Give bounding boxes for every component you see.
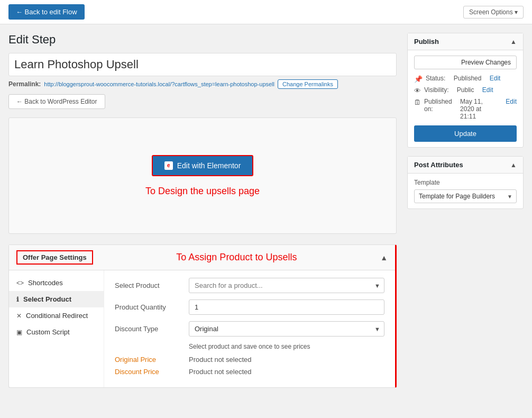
publish-collapse-icon[interactable]: ▲ <box>510 38 517 46</box>
published-on-edit-link[interactable]: Edit <box>506 98 517 105</box>
published-on-label: Published on: <box>424 98 452 113</box>
template-label: Template <box>414 179 517 186</box>
visibility-value: Public <box>457 86 474 94</box>
discount-price-label: Discount Price <box>115 368 189 376</box>
screen-options-button[interactable]: Screen Options ▾ <box>463 6 524 19</box>
back-to-flow-button[interactable]: ← Back to edit Flow <box>8 4 85 20</box>
offer-assign-caption: To Assign Product to Upsells <box>93 252 381 263</box>
visibility-label: Visibility: <box>424 86 448 94</box>
nav-item-conditional-redirect[interactable]: ✕ Conditional Redirect <box>9 307 104 324</box>
offer-settings-section: Offer Page Settings To Assign Product to… <box>8 244 397 388</box>
product-quantity-row: Product Quantity <box>115 299 384 315</box>
nav-label-conditional-redirect: Conditional Redirect <box>26 312 88 320</box>
published-on-row: 🗓 Published on: May 11, 2020 at 21:11 Ed… <box>414 98 517 120</box>
original-price-label: Original Price <box>115 356 189 364</box>
main-container: Edit Step Permalink: http://bloggersprou… <box>0 24 532 396</box>
template-select[interactable]: Template for Page Builders Default Templ… <box>414 189 517 203</box>
offer-settings-body: <> Shortcodes ℹ Select Product ✕ Conditi… <box>9 270 395 387</box>
page-title: Edit Step <box>8 33 397 47</box>
select-product-icon: ℹ <box>16 296 19 303</box>
select-product-label: Select Product <box>115 281 189 289</box>
update-button[interactable]: Update <box>414 125 517 142</box>
product-quantity-field <box>189 299 384 315</box>
discount-type-label: Discount Type <box>115 325 189 333</box>
conditional-redirect-icon: ✕ <box>16 312 22 320</box>
post-attributes-collapse-icon[interactable]: ▲ <box>510 161 517 169</box>
permalink-row: Permalink: http://bloggersprout-woocomme… <box>8 79 397 89</box>
calendar-icon: 🗓 <box>414 98 421 106</box>
visibility-edit-link[interactable]: Edit <box>482 86 493 94</box>
discount-type-row: Discount Type Original Percentage Price … <box>115 321 384 337</box>
published-on-value: May 11, 2020 at 21:11 <box>460 98 498 120</box>
select-product-field: ▼ <box>189 278 384 293</box>
original-price-row: Original Price Product not selected <box>115 356 384 364</box>
post-attributes-box: Post Attributes ▲ Template Template for … <box>407 156 524 209</box>
nav-item-custom-script[interactable]: ▣ Custom Script <box>9 324 104 340</box>
publish-box-title: Publish <box>414 38 439 46</box>
offer-form: Select Product ▼ Product Quantity <box>104 270 395 387</box>
discount-type-field: Original Percentage Price ▼ <box>189 321 384 337</box>
back-to-wordpress-editor-button[interactable]: ← Back to WordPress Editor <box>8 94 105 109</box>
publish-box-body: Preview Changes 📌 Status: Published Edit… <box>408 50 523 147</box>
discount-type-select[interactable]: Original Percentage Price <box>189 321 384 337</box>
nav-label-select-product: Select Product <box>23 295 71 303</box>
step-title-input[interactable] <box>8 53 397 76</box>
save-hint: Select product and save once to see pric… <box>115 343 384 350</box>
preview-changes-button[interactable]: Preview Changes <box>414 56 517 69</box>
publish-box: Publish ▲ Preview Changes 📌 Status: Publ… <box>407 33 524 148</box>
content-area: Edit Step Permalink: http://bloggersprou… <box>8 33 397 388</box>
design-caption: To Design the upsells page <box>145 186 260 197</box>
product-quantity-input[interactable] <box>189 299 384 315</box>
template-select-wrapper: Template for Page Builders Default Templ… <box>414 189 517 203</box>
status-value: Published <box>454 75 482 82</box>
status-icon: 📌 <box>414 75 423 83</box>
shortcodes-icon: <> <box>16 279 24 287</box>
offer-nav: <> Shortcodes ℹ Select Product ✕ Conditi… <box>9 270 104 387</box>
publish-box-header: Publish ▲ <box>408 33 523 50</box>
permalink-label: Permalink: <box>8 80 41 88</box>
edit-elementor-label: Edit with Elementor <box>177 161 241 170</box>
edit-with-elementor-button[interactable]: e Edit with Elementor <box>152 155 254 176</box>
nav-label-shortcodes: Shortcodes <box>28 279 63 287</box>
product-search-input[interactable] <box>189 278 384 293</box>
visibility-icon: 👁 <box>414 87 421 95</box>
discount-price-row: Discount Price Product not selected <box>115 368 384 376</box>
nav-item-shortcodes[interactable]: <> Shortcodes <box>9 275 104 291</box>
elementor-icon: e <box>164 161 173 170</box>
offer-settings-collapse-icon[interactable]: ▲ <box>380 253 388 262</box>
select-product-row: Select Product ▼ <box>115 278 384 293</box>
nav-label-custom-script: Custom Script <box>26 328 70 336</box>
nav-item-select-product[interactable]: ℹ Select Product <box>9 291 104 307</box>
post-attributes-title: Post Attributes <box>414 161 463 169</box>
top-bar: ← Back to edit Flow Screen Options ▾ <box>0 0 532 24</box>
right-sidebar: Publish ▲ Preview Changes 📌 Status: Publ… <box>407 33 524 388</box>
publish-visibility-row: 👁 Visibility: Public Edit <box>414 86 517 95</box>
publish-status-row: 📌 Status: Published Edit <box>414 75 517 83</box>
discount-price-value: Product not selected <box>189 368 252 376</box>
offer-settings-title: Offer Page Settings <box>16 250 93 265</box>
post-attributes-body: Template Template for Page Builders Defa… <box>408 174 523 208</box>
custom-script-icon: ▣ <box>16 329 22 336</box>
status-edit-link[interactable]: Edit <box>490 75 501 82</box>
original-price-value: Product not selected <box>189 356 252 364</box>
post-attributes-header: Post Attributes ▲ <box>408 157 523 174</box>
editor-area: e Edit with Elementor To Design the upse… <box>8 117 397 234</box>
product-quantity-label: Product Quantity <box>115 303 189 311</box>
status-label: Status: <box>426 75 445 82</box>
permalink-url[interactable]: http://bloggersprout-woocommerce-tutoria… <box>44 81 274 87</box>
change-permalinks-button[interactable]: Change Permalinks <box>278 79 338 89</box>
offer-settings-header: Offer Page Settings To Assign Product to… <box>9 245 395 270</box>
